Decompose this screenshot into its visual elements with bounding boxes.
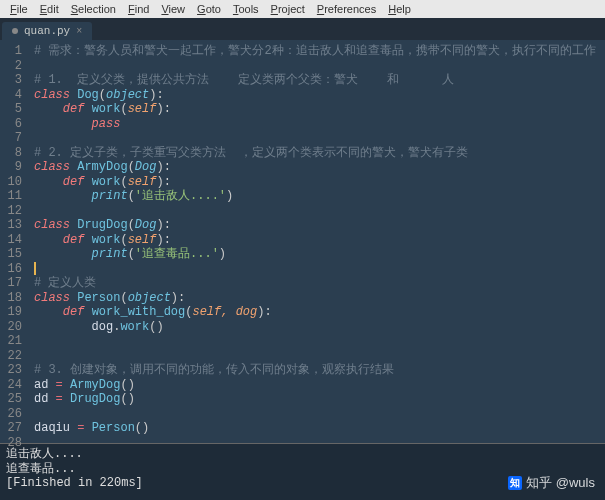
menu-preferences[interactable]: Preferences xyxy=(311,3,382,15)
close-icon[interactable]: × xyxy=(76,26,82,37)
tab-quan-py[interactable]: quan.py × xyxy=(2,22,92,40)
zhihu-icon: 知 xyxy=(508,476,522,490)
menu-tools[interactable]: Tools xyxy=(227,3,265,15)
file-dirty-icon xyxy=(12,28,18,34)
menu-goto[interactable]: Goto xyxy=(191,3,227,15)
tab-filename: quan.py xyxy=(24,25,70,37)
menu-selection[interactable]: Selection xyxy=(65,3,122,15)
menu-view[interactable]: View xyxy=(155,3,191,15)
menu-file[interactable]: File xyxy=(4,3,34,15)
menu-project[interactable]: Project xyxy=(265,3,311,15)
menu-help[interactable]: Help xyxy=(382,3,417,15)
menu-find[interactable]: Find xyxy=(122,3,155,15)
code-area[interactable]: # 需求：警务人员和警犬一起工作，警犬分2种：追击敌人和追查毒品，携带不同的警犬… xyxy=(28,40,605,443)
menubar: FileEditSelectionFindViewGotoToolsProjec… xyxy=(0,0,605,18)
editor[interactable]: 1 2 3 4 5 6 7 8 9 10 11 12 13 14 15 16 1… xyxy=(0,40,605,443)
menu-edit[interactable]: Edit xyxy=(34,3,65,15)
line-number-gutter: 1 2 3 4 5 6 7 8 9 10 11 12 13 14 15 16 1… xyxy=(0,40,28,443)
watermark-text: 知乎 @wuls xyxy=(526,474,595,492)
tab-bar: quan.py × xyxy=(0,18,605,40)
watermark: 知 知乎 @wuls xyxy=(508,474,595,492)
